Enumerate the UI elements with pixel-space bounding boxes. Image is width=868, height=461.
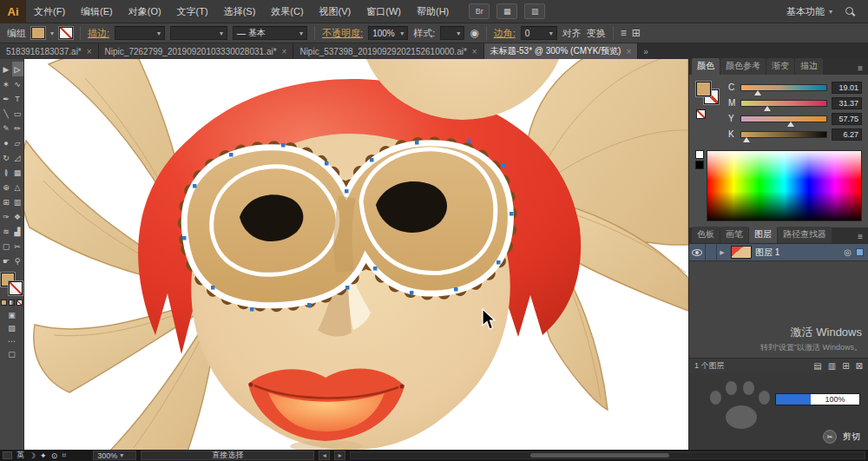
slider-value-y[interactable]: 57.75	[832, 113, 862, 125]
layer-target-icon[interactable]: ◎	[844, 247, 852, 257]
color-mode-button[interactable]	[1, 300, 7, 306]
hand-tool[interactable]: ☛	[1, 254, 12, 268]
panel-tab-路径查找器[interactable]: 路径查找器	[778, 227, 832, 243]
blend-tool[interactable]: ❖	[12, 209, 23, 224]
delete-layer-icon[interactable]: ⊠	[856, 361, 863, 371]
zoom-select[interactable]: 300% ▾	[93, 451, 136, 460]
slider-thumb[interactable]	[764, 102, 771, 111]
color-spectrum[interactable]	[707, 150, 862, 221]
slider-y[interactable]	[740, 115, 827, 122]
panel-tab-画笔[interactable]: 画笔	[720, 227, 748, 243]
draw-behind-icon[interactable]: ▨	[8, 324, 16, 333]
opacity-select[interactable]: 100% ▾	[368, 26, 408, 40]
align-options-icon[interactable]: ≡	[621, 27, 627, 39]
ime-keyboard-icon[interactable]: ⌗	[62, 451, 66, 460]
type-tool[interactable]: T	[12, 91, 23, 106]
none-mode-button[interactable]	[16, 300, 23, 306]
new-sublayer-icon[interactable]: ▥	[828, 361, 836, 371]
slice-tool[interactable]: ✂	[12, 239, 23, 254]
scroll-right-icon[interactable]: ►	[334, 451, 345, 460]
ime-emoji-icon[interactable]: ✦	[40, 451, 47, 460]
document-tab-2[interactable]: Nipic_7262799_20190920103330028031.ai*×	[99, 43, 294, 59]
screen-mode-icon[interactable]: ▢	[8, 350, 16, 359]
bridge-icon[interactable]: Br	[469, 3, 490, 19]
pen-tool[interactable]: ✒	[1, 91, 12, 106]
recolor-artwork-icon[interactable]: ◉	[470, 27, 478, 39]
lasso-tool[interactable]: ∿	[12, 76, 23, 91]
symbol-sprayer-tool[interactable]: ≋	[1, 224, 12, 239]
eraser-tool[interactable]: ▱	[12, 135, 23, 150]
perspective-grid-tool[interactable]: △	[12, 180, 23, 194]
paintbrush-tool[interactable]: ✎	[1, 121, 12, 135]
corner-value-select[interactable]: 0 ▾	[521, 26, 557, 40]
panel-tab-描边[interactable]: 描边	[795, 58, 823, 75]
document-tab-3[interactable]: Nipic_537398_20190929202152610000.ai*×	[293, 43, 483, 59]
menu-item[interactable]: 选择(S)	[216, 0, 264, 23]
fill-proxy-swatch[interactable]	[696, 82, 711, 96]
align-label[interactable]: 对齐	[562, 27, 582, 40]
slider-thumb[interactable]	[743, 134, 750, 142]
white-swatch[interactable]	[695, 150, 704, 159]
scissors-icon[interactable]: ✂	[823, 430, 837, 444]
slider-value-m[interactable]: 31.37	[832, 97, 862, 109]
stroke-weight-select[interactable]: ▾	[115, 26, 165, 40]
blob-brush-tool[interactable]: ●	[1, 135, 12, 150]
ime-mode-icon[interactable]: ☽	[29, 451, 36, 460]
transform-label[interactable]: 变换	[587, 27, 606, 40]
layer-row[interactable]: ▶图层 1◎	[689, 244, 868, 261]
slider-thumb[interactable]	[787, 118, 794, 127]
scrollbar-thumb[interactable]	[530, 453, 669, 458]
menu-item[interactable]: 文件(F)	[26, 0, 73, 23]
panel-menu-icon[interactable]: ≡	[855, 62, 865, 75]
horizontal-scrollbar[interactable]	[350, 451, 865, 459]
width-profile-select[interactable]: ▾	[170, 26, 227, 40]
eyedropper-tool[interactable]: ✑	[1, 209, 12, 224]
gradient-tool[interactable]: ▥	[12, 194, 23, 209]
workspace-switcher[interactable]: 基本功能 ▾	[786, 5, 832, 18]
artboard-tool[interactable]: ▢	[1, 239, 12, 254]
panel-tab-渐变[interactable]: 渐变	[766, 58, 794, 75]
panel-tab-颜色参考[interactable]: 颜色参考	[720, 58, 766, 75]
gradient-mode-button[interactable]	[9, 300, 15, 306]
menu-item[interactable]: 视图(V)	[312, 0, 359, 23]
rectangle-tool[interactable]: ▭	[12, 106, 23, 121]
more-options-icon[interactable]: ⋯	[8, 337, 16, 346]
fill-color-swatch[interactable]	[31, 27, 45, 39]
slider-thumb[interactable]	[754, 87, 761, 95]
workspace-icon[interactable]: ▥	[524, 3, 545, 19]
close-tab-icon[interactable]: ×	[282, 47, 287, 56]
expand-layer-icon[interactable]: ▶	[717, 249, 727, 256]
rotate-tool[interactable]: ↻	[1, 150, 12, 165]
opacity-panel-link[interactable]: 不透明度:	[322, 27, 363, 40]
menu-item[interactable]: 编辑(E)	[73, 0, 121, 23]
document-tab-4[interactable]: 未标题-53* @ 300% (CMYK/预览)×	[484, 43, 639, 59]
black-swatch[interactable]	[695, 161, 704, 169]
new-layer-icon[interactable]: ⊞	[842, 361, 849, 371]
close-tab-icon[interactable]: ×	[87, 47, 92, 56]
scroll-left-icon[interactable]: ◄	[319, 451, 330, 460]
style-select[interactable]: ▾	[440, 26, 464, 40]
stroke-proxy-swatch[interactable]	[9, 281, 23, 295]
mesh-tool[interactable]: ⊞	[1, 194, 12, 209]
search-icon[interactable]	[845, 6, 856, 17]
magic-wand-tool[interactable]: ∗	[1, 76, 12, 91]
panel-tab-色板[interactable]: 色板	[692, 227, 720, 243]
close-tab-icon[interactable]: ×	[626, 47, 631, 56]
none-swatch[interactable]	[696, 109, 706, 119]
menu-item[interactable]: 对象(O)	[121, 0, 169, 23]
fill-dropdown-icon[interactable]: ▾	[50, 30, 54, 37]
scale-tool[interactable]: ◿	[12, 150, 23, 165]
slider-value-k[interactable]: 6.27	[832, 128, 862, 141]
panel-tab-图层[interactable]: 图层	[749, 227, 777, 243]
pencil-tool[interactable]: ✏	[12, 121, 23, 135]
document-tab-1[interactable]: 5183916183037.ai*×	[0, 43, 99, 59]
ime-settings-icon[interactable]: ⊙	[51, 451, 58, 460]
width-tool[interactable]: ≬	[1, 165, 12, 180]
slider-value-c[interactable]: 19.01	[832, 82, 862, 94]
ime-lang-indicator[interactable]: 英	[16, 450, 24, 461]
menu-item[interactable]: 文字(T)	[169, 0, 216, 23]
slider-c[interactable]	[740, 84, 827, 91]
menu-item[interactable]: 窗口(W)	[358, 0, 409, 23]
lock-toggle[interactable]	[706, 244, 717, 260]
stroke-color-swatch[interactable]	[59, 27, 73, 39]
